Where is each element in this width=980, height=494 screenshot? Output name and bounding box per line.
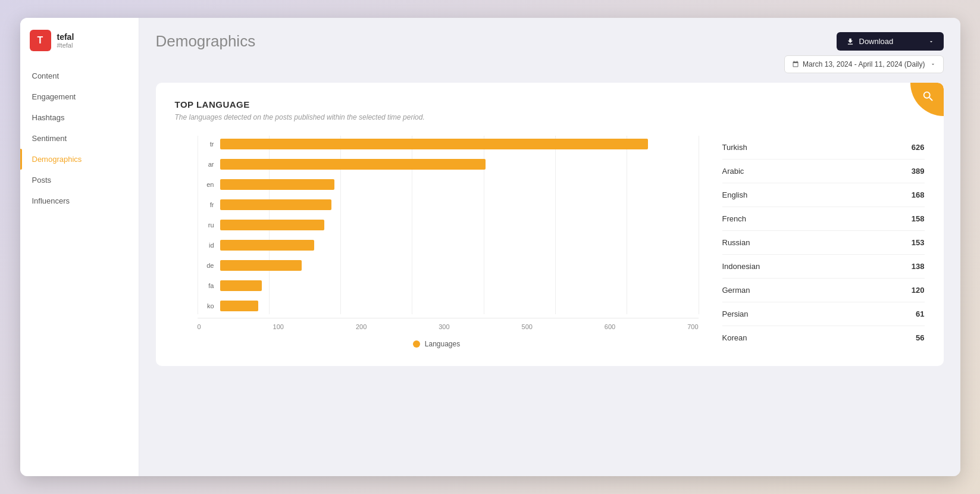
lang-count: 389: [912, 167, 925, 176]
bar-label-fa: fa: [198, 282, 214, 289]
language-table: Turkish 626 Arabic 389 English 168 Frenc…: [722, 136, 925, 349]
sidebar-item-content[interactable]: Content: [20, 65, 139, 86]
x-tick-100: 100: [273, 323, 284, 330]
brand-logo: T: [30, 30, 51, 51]
bar-row: en: [198, 176, 699, 193]
lang-row: Turkish 626: [722, 136, 925, 160]
chart-title: TOP LANGUAGE: [175, 99, 925, 110]
bar-label-de: de: [198, 262, 214, 269]
x-tick-0: 0: [198, 323, 201, 330]
lang-row: Indonesian 138: [722, 255, 925, 279]
lang-count: 168: [912, 190, 925, 199]
lang-row: Korean 56: [722, 326, 925, 349]
bar-track-en: [220, 179, 699, 190]
bar-track-fr: [220, 199, 699, 210]
x-tick-600: 600: [605, 323, 615, 330]
lang-name: English: [722, 190, 748, 199]
bar-label-fr: fr: [198, 201, 214, 208]
x-tick-500: 500: [522, 323, 533, 330]
bar-fill-fa: [220, 280, 262, 291]
lang-count: 120: [912, 286, 925, 295]
lang-row: Arabic 389: [722, 160, 925, 183]
x-tick-300: 300: [439, 323, 449, 330]
lang-count: 138: [912, 262, 925, 271]
bar-fill-ru: [220, 220, 325, 230]
bar-row: ko: [198, 298, 699, 314]
sidebar: T tefal #tefal Content Engagement Hashta…: [20, 18, 139, 476]
x-tick-700: 700: [687, 323, 698, 330]
lang-count: 158: [912, 214, 925, 223]
lang-count: 153: [912, 238, 925, 247]
lang-count: 61: [916, 309, 924, 318]
bar-fill-de: [220, 260, 302, 271]
bar-label-tr: tr: [198, 140, 214, 148]
search-icon: [922, 90, 935, 103]
sidebar-brand: T tefal #tefal: [20, 30, 139, 65]
lang-name: Indonesian: [722, 262, 760, 271]
bar-fill-ko: [220, 301, 258, 311]
bar-fill-en: [220, 179, 335, 190]
sidebar-item-hashtags[interactable]: Hashtags: [20, 107, 139, 128]
lang-count: 626: [912, 143, 925, 152]
bar-row: ar: [198, 156, 699, 173]
lang-name: Persian: [722, 309, 749, 318]
page-title: Demographics: [156, 32, 256, 51]
sidebar-item-sentiment[interactable]: Sentiment: [20, 128, 139, 149]
lang-row: Persian 61: [722, 302, 925, 326]
card-corner-icon: [910, 83, 944, 116]
lang-count: 56: [916, 333, 924, 342]
lang-name: German: [722, 286, 750, 295]
sidebar-item-posts[interactable]: Posts: [20, 170, 139, 190]
bar-fill-ar: [220, 159, 486, 170]
brand-name: tefal: [57, 32, 74, 42]
chart-layout: tr ar en fr ru id de fa: [175, 136, 925, 349]
bar-fill-fr: [220, 199, 331, 210]
bar-label-id: id: [198, 242, 214, 249]
brand-handle: #tefal: [57, 42, 74, 49]
download-button[interactable]: Download: [837, 32, 944, 51]
chart-legend: Languages: [175, 340, 699, 348]
bar-label-en: en: [198, 181, 214, 188]
grid-line-700: [699, 136, 699, 314]
bar-label-ar: ar: [198, 161, 214, 168]
content: TOP LANGUAGE The languages detected on t…: [139, 83, 960, 476]
bar-row: ru: [198, 217, 699, 233]
bar-chart-container: tr ar en fr ru id de fa: [175, 136, 699, 348]
download-icon: [846, 37, 854, 46]
lang-name: French: [722, 214, 746, 223]
header: Demographics Download: [139, 18, 960, 83]
lang-name: Korean: [722, 333, 747, 342]
bar-row: id: [198, 237, 699, 254]
sidebar-item-demographics[interactable]: Demographics: [20, 149, 139, 170]
legend-dot: [413, 340, 420, 348]
lang-name: Russian: [722, 238, 750, 247]
bar-row: fr: [198, 196, 699, 213]
lang-row: Russian 153: [722, 231, 925, 255]
chevron-down-icon: [928, 39, 934, 45]
bar-track-fa: [220, 280, 699, 291]
sidebar-item-influencers[interactable]: Influencers: [20, 190, 139, 211]
bar-fill-tr: [220, 139, 648, 149]
bar-row: tr: [198, 136, 699, 152]
bar-track-ar: [220, 159, 699, 170]
main: Demographics Download: [139, 18, 960, 476]
lang-row: French 158: [722, 207, 925, 231]
chart-subtitle: The languages detected on the posts publ…: [175, 113, 925, 121]
chart-area: tr ar en fr ru id de fa: [198, 136, 699, 314]
header-actions: Download March 13, 2024 - April 11, 2024…: [784, 32, 943, 73]
sidebar-item-engagement[interactable]: Engagement: [20, 86, 139, 107]
x-tick-200: 200: [356, 323, 367, 330]
bar-track-de: [220, 260, 699, 271]
brand-text: tefal #tefal: [57, 32, 74, 49]
date-range-button[interactable]: March 13, 2024 - April 11, 2024 (Daily): [784, 55, 943, 73]
bar-row: de: [198, 257, 699, 274]
bar-label-ru: ru: [198, 221, 214, 229]
bars-wrapper: tr ar en fr ru id de fa: [198, 136, 699, 314]
bar-track-ru: [220, 220, 699, 230]
legend-label: Languages: [425, 340, 460, 348]
bar-fill-id: [220, 240, 315, 251]
bar-label-ko: ko: [198, 302, 214, 309]
chart-card: TOP LANGUAGE The languages detected on t…: [156, 83, 944, 366]
chevron-down-icon: [930, 61, 936, 67]
sidebar-nav: Content Engagement Hashtags Sentiment De…: [20, 65, 139, 211]
